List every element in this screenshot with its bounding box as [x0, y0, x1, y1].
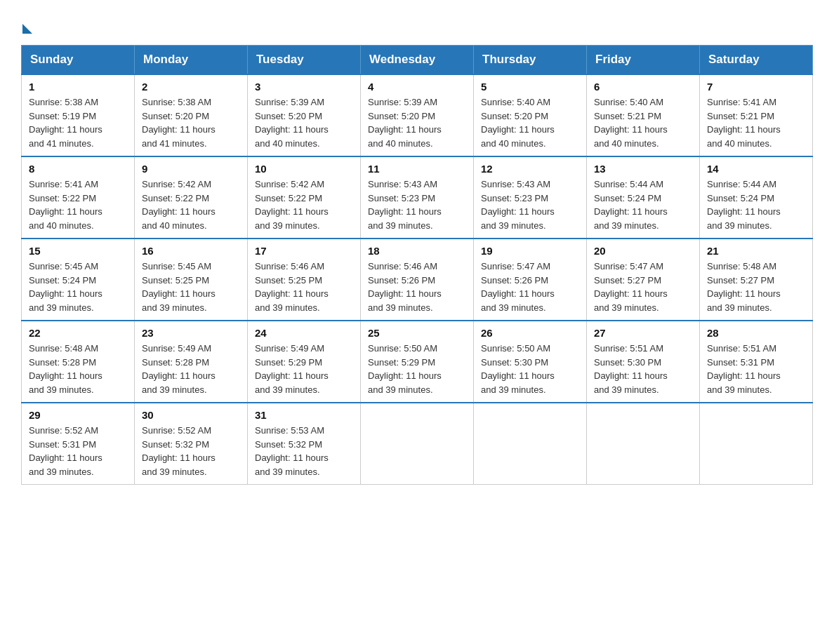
day-info: Sunrise: 5:43 AMSunset: 5:23 PMDaylight:… [481, 177, 579, 232]
calendar-cell: 3Sunrise: 5:39 AMSunset: 5:20 PMDaylight… [248, 74, 361, 156]
calendar-cell: 24Sunrise: 5:49 AMSunset: 5:29 PMDayligh… [248, 321, 361, 403]
day-info: Sunrise: 5:49 AMSunset: 5:29 PMDaylight:… [255, 342, 353, 396]
day-number: 5 [481, 81, 579, 93]
calendar-header-friday: Friday [587, 46, 700, 75]
calendar-week-row: 22Sunrise: 5:48 AMSunset: 5:28 PMDayligh… [22, 321, 813, 403]
day-info: Sunrise: 5:51 AMSunset: 5:30 PMDaylight:… [594, 342, 692, 396]
calendar-cell: 20Sunrise: 5:47 AMSunset: 5:27 PMDayligh… [587, 239, 700, 321]
day-info: Sunrise: 5:52 AMSunset: 5:32 PMDaylight:… [142, 424, 240, 478]
calendar-cell: 22Sunrise: 5:48 AMSunset: 5:28 PMDayligh… [22, 321, 135, 403]
day-number: 11 [368, 163, 466, 175]
day-info: Sunrise: 5:45 AMSunset: 5:25 PMDaylight:… [142, 260, 240, 314]
day-number: 27 [594, 327, 692, 339]
calendar-cell: 4Sunrise: 5:39 AMSunset: 5:20 PMDaylight… [361, 74, 474, 156]
calendar-cell: 19Sunrise: 5:47 AMSunset: 5:26 PMDayligh… [474, 239, 587, 321]
calendar-cell: 5Sunrise: 5:40 AMSunset: 5:20 PMDaylight… [474, 74, 587, 156]
calendar-cell: 12Sunrise: 5:43 AMSunset: 5:23 PMDayligh… [474, 156, 587, 239]
calendar-cell: 15Sunrise: 5:45 AMSunset: 5:24 PMDayligh… [22, 239, 135, 321]
day-number: 8 [29, 163, 127, 175]
day-number: 25 [368, 327, 466, 339]
day-number: 18 [368, 245, 466, 257]
day-number: 7 [707, 81, 805, 93]
day-info: Sunrise: 5:41 AMSunset: 5:21 PMDaylight:… [707, 95, 805, 150]
calendar-cell: 23Sunrise: 5:49 AMSunset: 5:28 PMDayligh… [135, 321, 248, 403]
day-info: Sunrise: 5:40 AMSunset: 5:21 PMDaylight:… [594, 95, 692, 150]
day-number: 1 [29, 81, 127, 93]
day-info: Sunrise: 5:42 AMSunset: 5:22 PMDaylight:… [255, 177, 353, 232]
calendar-cell: 31Sunrise: 5:53 AMSunset: 5:32 PMDayligh… [248, 403, 361, 485]
page-header [21, 21, 813, 31]
calendar-cell: 17Sunrise: 5:46 AMSunset: 5:25 PMDayligh… [248, 239, 361, 321]
calendar-cell: 8Sunrise: 5:41 AMSunset: 5:22 PMDaylight… [22, 156, 135, 239]
day-info: Sunrise: 5:50 AMSunset: 5:29 PMDaylight:… [368, 342, 466, 396]
calendar-week-row: 8Sunrise: 5:41 AMSunset: 5:22 PMDaylight… [22, 156, 813, 239]
calendar-week-row: 29Sunrise: 5:52 AMSunset: 5:31 PMDayligh… [22, 403, 813, 485]
day-info: Sunrise: 5:44 AMSunset: 5:24 PMDaylight:… [707, 177, 805, 232]
day-number: 9 [142, 163, 240, 175]
calendar-header-tuesday: Tuesday [248, 46, 361, 75]
day-info: Sunrise: 5:46 AMSunset: 5:26 PMDaylight:… [368, 260, 466, 314]
calendar-cell: 26Sunrise: 5:50 AMSunset: 5:30 PMDayligh… [474, 321, 587, 403]
calendar-cell: 1Sunrise: 5:38 AMSunset: 5:19 PMDaylight… [22, 74, 135, 156]
calendar-cell [361, 403, 474, 485]
day-info: Sunrise: 5:51 AMSunset: 5:31 PMDaylight:… [707, 342, 805, 396]
day-info: Sunrise: 5:46 AMSunset: 5:25 PMDaylight:… [255, 260, 353, 314]
calendar-cell [474, 403, 587, 485]
calendar-cell [587, 403, 700, 485]
calendar-week-row: 15Sunrise: 5:45 AMSunset: 5:24 PMDayligh… [22, 239, 813, 321]
calendar-cell: 16Sunrise: 5:45 AMSunset: 5:25 PMDayligh… [135, 239, 248, 321]
day-number: 21 [707, 245, 805, 257]
day-number: 14 [707, 163, 805, 175]
calendar-cell: 14Sunrise: 5:44 AMSunset: 5:24 PMDayligh… [700, 156, 813, 239]
day-number: 28 [707, 327, 805, 339]
day-info: Sunrise: 5:45 AMSunset: 5:24 PMDaylight:… [29, 260, 127, 314]
day-number: 24 [255, 327, 353, 339]
calendar-cell: 7Sunrise: 5:41 AMSunset: 5:21 PMDaylight… [700, 74, 813, 156]
day-number: 19 [481, 245, 579, 257]
day-number: 23 [142, 327, 240, 339]
calendar-cell [700, 403, 813, 485]
calendar-header-wednesday: Wednesday [361, 46, 474, 75]
day-number: 16 [142, 245, 240, 257]
calendar-cell: 13Sunrise: 5:44 AMSunset: 5:24 PMDayligh… [587, 156, 700, 239]
calendar-table: SundayMondayTuesdayWednesdayThursdayFrid… [21, 45, 813, 485]
day-number: 30 [142, 409, 240, 421]
day-number: 12 [481, 163, 579, 175]
day-number: 26 [481, 327, 579, 339]
day-number: 10 [255, 163, 353, 175]
calendar-header-row: SundayMondayTuesdayWednesdayThursdayFrid… [22, 46, 813, 75]
day-number: 6 [594, 81, 692, 93]
calendar-header-thursday: Thursday [474, 46, 587, 75]
day-info: Sunrise: 5:40 AMSunset: 5:20 PMDaylight:… [481, 95, 579, 150]
calendar-cell: 21Sunrise: 5:48 AMSunset: 5:27 PMDayligh… [700, 239, 813, 321]
day-info: Sunrise: 5:53 AMSunset: 5:32 PMDaylight:… [255, 424, 353, 478]
calendar-header-sunday: Sunday [22, 46, 135, 75]
calendar-cell: 27Sunrise: 5:51 AMSunset: 5:30 PMDayligh… [587, 321, 700, 403]
day-info: Sunrise: 5:47 AMSunset: 5:27 PMDaylight:… [594, 260, 692, 314]
day-info: Sunrise: 5:43 AMSunset: 5:23 PMDaylight:… [368, 177, 466, 232]
day-info: Sunrise: 5:48 AMSunset: 5:28 PMDaylight:… [29, 342, 127, 396]
day-info: Sunrise: 5:49 AMSunset: 5:28 PMDaylight:… [142, 342, 240, 396]
day-number: 20 [594, 245, 692, 257]
day-info: Sunrise: 5:48 AMSunset: 5:27 PMDaylight:… [707, 260, 805, 314]
calendar-cell: 25Sunrise: 5:50 AMSunset: 5:29 PMDayligh… [361, 321, 474, 403]
calendar-cell: 11Sunrise: 5:43 AMSunset: 5:23 PMDayligh… [361, 156, 474, 239]
day-number: 17 [255, 245, 353, 257]
logo [21, 21, 32, 31]
day-number: 2 [142, 81, 240, 93]
day-info: Sunrise: 5:41 AMSunset: 5:22 PMDaylight:… [29, 177, 127, 232]
day-number: 13 [594, 163, 692, 175]
day-info: Sunrise: 5:44 AMSunset: 5:24 PMDaylight:… [594, 177, 692, 232]
calendar-cell: 6Sunrise: 5:40 AMSunset: 5:21 PMDaylight… [587, 74, 700, 156]
day-info: Sunrise: 5:47 AMSunset: 5:26 PMDaylight:… [481, 260, 579, 314]
day-info: Sunrise: 5:52 AMSunset: 5:31 PMDaylight:… [29, 424, 127, 478]
logo-arrow-icon [22, 24, 32, 34]
calendar-cell: 10Sunrise: 5:42 AMSunset: 5:22 PMDayligh… [248, 156, 361, 239]
calendar-cell: 30Sunrise: 5:52 AMSunset: 5:32 PMDayligh… [135, 403, 248, 485]
calendar-header-monday: Monday [135, 46, 248, 75]
calendar-header-saturday: Saturday [700, 46, 813, 75]
day-number: 3 [255, 81, 353, 93]
day-info: Sunrise: 5:50 AMSunset: 5:30 PMDaylight:… [481, 342, 579, 396]
day-number: 31 [255, 409, 353, 421]
day-info: Sunrise: 5:38 AMSunset: 5:19 PMDaylight:… [29, 95, 127, 150]
